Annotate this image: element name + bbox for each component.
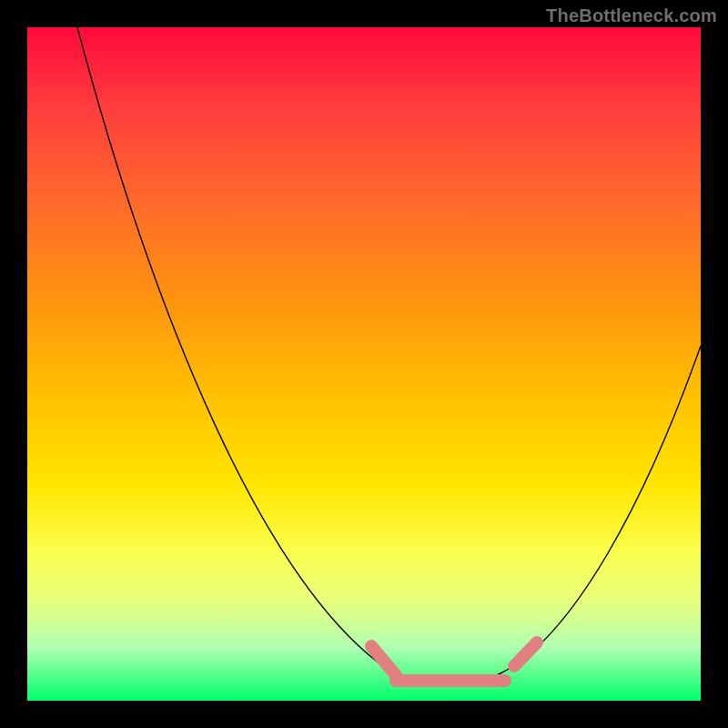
- chart-frame: TheBottleneck.com: [0, 0, 728, 728]
- highlight-segment-right: [514, 642, 537, 666]
- bottleneck-curve: [77, 27, 701, 685]
- gradient-plot-area: [27, 27, 701, 701]
- watermark-text: TheBottleneck.com: [546, 5, 717, 26]
- chart-svg: [27, 27, 701, 701]
